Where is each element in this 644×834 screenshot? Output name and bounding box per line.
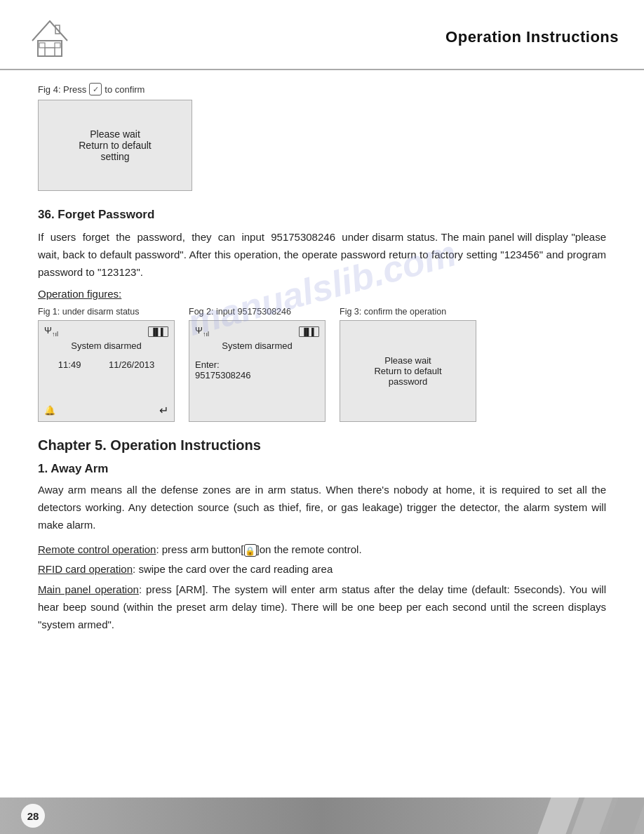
fig2-enter-label: Enter: bbox=[195, 359, 319, 370]
arm-icon: 🔒 bbox=[244, 544, 257, 557]
remote-label: Remote control operation bbox=[38, 543, 156, 555]
fig3-line1: Please wait bbox=[384, 355, 431, 366]
fig2-enter-value: 95175308246 bbox=[195, 370, 319, 380]
fig2-status-bar: Ψ↑ıl ▐▌▌ bbox=[195, 325, 319, 338]
fig1-battery: ▐▌▌ bbox=[148, 326, 168, 337]
fig1-enter-icon: ↵ bbox=[159, 404, 168, 417]
chapter5-heading: Chapter 5. Operation Instructions bbox=[38, 437, 606, 454]
section1-para1: Away arm means all the defense zones are… bbox=[38, 482, 606, 534]
operation-figures-label: Operation figures: bbox=[38, 288, 606, 300]
page-number: 28 bbox=[21, 804, 45, 828]
main-panel-label: Main panel operation bbox=[38, 583, 139, 595]
fig1-time: 11:49 bbox=[58, 359, 81, 370]
fig4-screen: Please wait Return to default setting bbox=[38, 100, 192, 191]
fig1-bell-icon: 🔔 bbox=[44, 405, 55, 416]
fig2-battery: ▐▌▌ bbox=[299, 326, 319, 337]
fig2-signal: Ψ↑ıl bbox=[195, 325, 209, 338]
footer-decoration bbox=[544, 797, 644, 834]
fig2-item: Fog 2: input 95175308246 Ψ↑ıl ▐▌▌ System… bbox=[189, 307, 326, 422]
fig3-caption: Fig 3: confirm the operation bbox=[340, 307, 446, 317]
fig2-caption: Fog 2: input 95175308246 bbox=[189, 307, 291, 317]
fig1-screen: Ψ↑ıl ▐▌▌ System disarmed 11:49 11/26/201… bbox=[38, 320, 175, 422]
page-title: Operation Instructions bbox=[445, 28, 619, 46]
rfid-para: RFID card operation: swipe the card over… bbox=[38, 561, 606, 578]
company-logo bbox=[25, 13, 74, 62]
fig3-item: Fig 3: confirm the operation Please wait… bbox=[340, 307, 476, 422]
fig1-caption: Fig 1: under disarm status bbox=[38, 307, 140, 317]
svg-rect-2 bbox=[39, 43, 45, 48]
fig3-line3: password bbox=[389, 376, 428, 387]
fig1-item: Fig 1: under disarm status Ψ↑ıl ▐▌▌ Syst… bbox=[38, 307, 175, 422]
remote-control-para: Remote control operation: press arm butt… bbox=[38, 541, 606, 559]
rfid-label: RFID card operation bbox=[38, 563, 133, 575]
fig2-main-text: System disarmed bbox=[195, 340, 319, 351]
page-header: Operation Instructions bbox=[0, 0, 644, 70]
section36-body: If users forget the password, they can i… bbox=[38, 229, 606, 281]
svg-rect-3 bbox=[55, 43, 60, 48]
fig1-main-text: System disarmed bbox=[44, 340, 168, 351]
section1-heading: 1. Away Arm bbox=[38, 462, 606, 476]
fig4-screen-line3: setting bbox=[100, 151, 129, 162]
fig4-caption-prefix: Fig 4: Press bbox=[38, 84, 86, 95]
fig4-screen-line2: Return to default bbox=[79, 140, 152, 151]
main-panel-para: Main panel operation: press [ARM]. The s… bbox=[38, 581, 606, 633]
slash-3 bbox=[605, 797, 644, 834]
fig1-status-bar: Ψ↑ıl ▐▌▌ bbox=[44, 325, 168, 338]
fig3-line2: Return to default bbox=[374, 366, 441, 376]
fig3-screen: Please wait Return to default password bbox=[340, 320, 476, 422]
fig4-screen-line1: Please wait bbox=[90, 128, 140, 140]
fig4-caption-suffix: to confirm bbox=[105, 84, 145, 95]
section36-heading: 36. Forget Password bbox=[38, 208, 606, 222]
fig1-date: 11/26/2013 bbox=[109, 359, 154, 370]
remote-text: : press arm button[ bbox=[156, 543, 243, 555]
fig1-signal: Ψ↑ıl bbox=[44, 325, 58, 338]
rfid-text: : swipe the card over the card reading a… bbox=[133, 563, 333, 575]
main-content: Fig 4: Press ✓ to confirm Please wait Re… bbox=[0, 70, 644, 661]
page-footer: 28 bbox=[0, 797, 644, 834]
figures-row: Fig 1: under disarm status Ψ↑ıl ▐▌▌ Syst… bbox=[38, 307, 606, 422]
fig1-time-row: 11:49 11/26/2013 bbox=[44, 359, 168, 370]
fig4-caption: Fig 4: Press ✓ to confirm bbox=[38, 83, 606, 95]
fig4-confirm-icon: ✓ bbox=[89, 83, 102, 95]
fig1-bottom-row: 🔔 ↵ bbox=[44, 401, 168, 417]
remote-text2: ]on the remote control. bbox=[257, 543, 362, 555]
svg-rect-1 bbox=[45, 48, 55, 56]
fig2-screen: Ψ↑ıl ▐▌▌ System disarmed Enter: 95175308… bbox=[189, 320, 326, 422]
